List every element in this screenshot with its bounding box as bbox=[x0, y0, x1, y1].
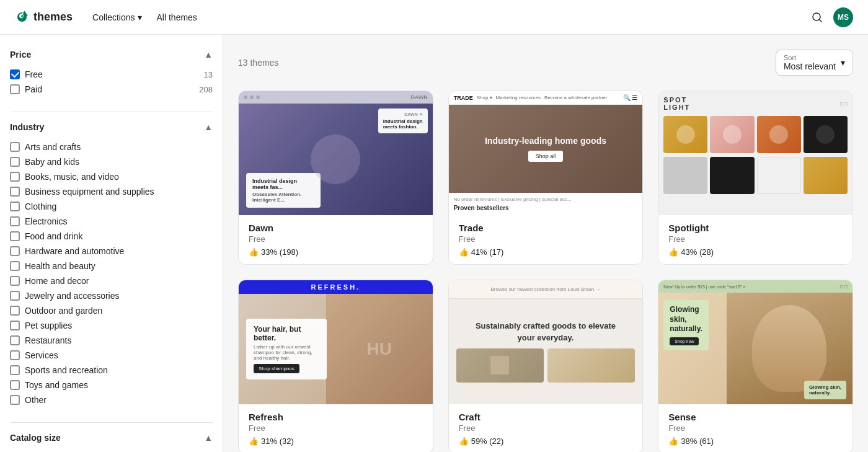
filter-item-health: Health and beauty bbox=[10, 259, 213, 273]
checkbox-outdoor[interactable] bbox=[10, 306, 20, 316]
themes-count: 13 themes bbox=[238, 58, 278, 68]
theme-price-dawn: Free bbox=[249, 234, 423, 244]
filter-catalog-title: Catalog size bbox=[10, 433, 61, 443]
thumbup-icon-dawn: 👍 bbox=[249, 247, 259, 257]
filter-item-toys: Toys and games bbox=[10, 378, 213, 392]
filter-count-free: 13 bbox=[204, 70, 213, 79]
theme-name-sense: Sense bbox=[668, 412, 843, 422]
filter-item-pet: Pet supplies bbox=[10, 318, 213, 333]
filter-industry-header[interactable]: Industry ▲ bbox=[10, 122, 213, 132]
theme-preview-refresh: REFRESH. Your hair, but better. Lather u… bbox=[239, 280, 433, 404]
sort-value: Most relevant bbox=[784, 61, 836, 71]
thumbup-icon-spotlight: 👍 bbox=[668, 247, 678, 257]
divider-2 bbox=[10, 422, 213, 423]
theme-card-trade[interactable]: TRADE Shop ▾ Marketing resources Become … bbox=[448, 91, 644, 265]
theme-preview-dawn: DAWN Industrial design meets fas... Obse… bbox=[239, 91, 433, 215]
filter-price-title: Price bbox=[10, 50, 31, 60]
theme-name-spotlight: Spotlight bbox=[668, 223, 843, 233]
theme-name-trade: Trade bbox=[459, 223, 633, 233]
checkbox-arts[interactable] bbox=[10, 142, 20, 152]
checkbox-pet[interactable] bbox=[10, 321, 20, 330]
theme-rating-sense: 👍 38% (61) bbox=[668, 436, 843, 446]
nav-collections[interactable]: Collections ▾ bbox=[92, 12, 141, 22]
theme-rating-dawn: 👍 33% (198) bbox=[249, 247, 423, 257]
theme-preview-craft: Browse our newest collection from Louis … bbox=[449, 280, 643, 404]
checkbox-sports[interactable] bbox=[10, 365, 20, 375]
chevron-up-icon-catalog: ▲ bbox=[204, 433, 213, 443]
filter-section-industry: Industry ▲ Arts and crafts Baby and kids bbox=[10, 122, 213, 407]
checkbox-toys[interactable] bbox=[10, 380, 20, 390]
checkbox-business[interactable] bbox=[10, 187, 20, 197]
filter-catalog-header[interactable]: Catalog size ▲ bbox=[10, 433, 213, 443]
filter-section-price: Price ▲ Free 13 Paid 208 bbox=[10, 50, 213, 97]
logo[interactable]: themes bbox=[15, 10, 73, 25]
chevron-up-icon: ▲ bbox=[204, 50, 213, 60]
theme-info-spotlight: Spotlight Free 👍 43% (28) bbox=[658, 215, 852, 264]
filter-item-baby: Baby and kids bbox=[10, 154, 213, 169]
search-button[interactable] bbox=[811, 11, 823, 24]
checkbox-hardware[interactable] bbox=[10, 246, 20, 256]
theme-info-refresh: Refresh Free 👍 31% (32) bbox=[239, 404, 433, 452]
checkbox-clothing[interactable] bbox=[10, 202, 20, 211]
theme-card-sense[interactable]: New! Up to order $15 | use code "sse15" … bbox=[658, 280, 853, 452]
filter-item-sports: Sports and recreation bbox=[10, 363, 213, 378]
theme-preview-trade: TRADE Shop ▾ Marketing resources Become … bbox=[449, 91, 643, 215]
filter-item-books: Books, music, and video bbox=[10, 169, 213, 184]
chevron-down-icon: ▾ bbox=[138, 12, 142, 22]
checkbox-health[interactable] bbox=[10, 261, 20, 271]
checkbox-food[interactable] bbox=[10, 231, 20, 241]
search-icon bbox=[811, 11, 823, 24]
filter-item-food: Food and drink bbox=[10, 229, 213, 244]
header: themes Collections ▾ All themes MS bbox=[0, 0, 868, 35]
theme-name-refresh: Refresh bbox=[249, 412, 423, 422]
theme-name-craft: Craft bbox=[459, 412, 633, 422]
divider-1 bbox=[10, 112, 213, 112]
checkbox-services[interactable] bbox=[10, 350, 20, 360]
filter-count-paid: 208 bbox=[199, 85, 213, 94]
nav-all-themes[interactable]: All themes bbox=[157, 12, 197, 22]
header-actions: MS bbox=[811, 7, 853, 27]
theme-card-craft[interactable]: Browse our newest collection from Louis … bbox=[448, 280, 644, 452]
checkbox-other[interactable] bbox=[10, 395, 20, 405]
theme-price-craft: Free bbox=[459, 423, 633, 433]
user-avatar[interactable]: MS bbox=[833, 7, 853, 27]
theme-card-spotlight[interactable]: SPOTLIGHT □ □ bbox=[658, 91, 853, 265]
thumbup-icon-sense: 👍 bbox=[668, 436, 678, 446]
header-nav: Collections ▾ All themes bbox=[92, 12, 791, 22]
theme-rating-refresh: 👍 31% (32) bbox=[249, 436, 423, 446]
checkbox-paid[interactable] bbox=[10, 84, 20, 94]
theme-card-refresh[interactable]: REFRESH. Your hair, but better. Lather u… bbox=[238, 280, 433, 452]
checkbox-baby[interactable] bbox=[10, 157, 20, 167]
checkbox-free[interactable] bbox=[10, 69, 20, 79]
theme-price-spotlight: Free bbox=[668, 234, 843, 244]
chevron-up-icon-industry: ▲ bbox=[204, 122, 213, 132]
content-header: 13 themes Sort Most relevant ▾ bbox=[238, 50, 853, 76]
filter-label-paid: Paid bbox=[25, 84, 42, 94]
filter-item-paid: Paid 208 bbox=[10, 82, 213, 97]
filter-label-free: Free bbox=[25, 69, 43, 79]
filter-item-restaurants: Restaurants bbox=[10, 333, 213, 348]
checkbox-home[interactable] bbox=[10, 276, 20, 286]
checkbox-restaurants[interactable] bbox=[10, 335, 20, 345]
chevron-down-sort-icon: ▾ bbox=[841, 58, 845, 68]
filter-section-catalog: Catalog size ▲ 1-9 products 12 10-199 pr… bbox=[10, 433, 213, 452]
theme-name-dawn: Dawn bbox=[249, 223, 423, 233]
shopify-logo-icon bbox=[15, 10, 30, 25]
checkbox-jewelry[interactable] bbox=[10, 291, 20, 301]
theme-card-dawn[interactable]: DAWN Industrial design meets fas... Obse… bbox=[238, 91, 433, 265]
checkbox-electronics[interactable] bbox=[10, 216, 20, 226]
theme-info-dawn: Dawn Free 👍 33% (198) bbox=[239, 215, 433, 264]
theme-rating-trade: 👍 41% (17) bbox=[459, 247, 633, 257]
filter-item-services: Services bbox=[10, 348, 213, 363]
checkbox-books[interactable] bbox=[10, 172, 20, 182]
filter-item-hardware: Hardware and automotive bbox=[10, 244, 213, 259]
thumbup-icon-trade: 👍 bbox=[459, 247, 469, 257]
sort-control[interactable]: Sort Most relevant ▾ bbox=[776, 50, 853, 76]
filter-item-business: Business equipment and supplies bbox=[10, 184, 213, 199]
filter-item-clothing: Clothing bbox=[10, 199, 213, 214]
filter-price-header[interactable]: Price ▲ bbox=[10, 50, 213, 60]
filter-item-other: Other bbox=[10, 392, 213, 407]
sidebar: Price ▲ Free 13 Paid 208 I bbox=[0, 35, 223, 452]
page-layout: Price ▲ Free 13 Paid 208 I bbox=[0, 35, 868, 452]
filter-industry-title: Industry bbox=[10, 122, 44, 132]
